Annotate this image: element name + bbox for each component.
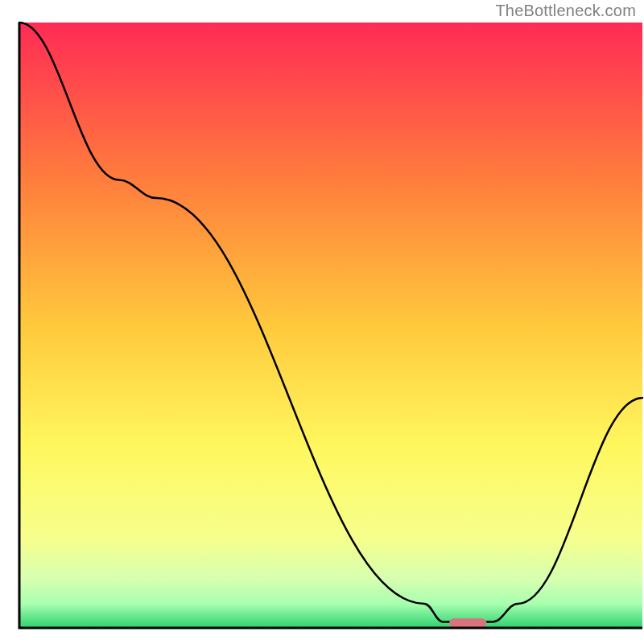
- chart-background: [19, 23, 642, 628]
- watermark-text: TheBottleneck.com: [495, 2, 636, 20]
- chart-container: TheBottleneck.com: [0, 0, 644, 644]
- bottleneck-chart: [0, 0, 644, 644]
- optimal-marker: [449, 618, 486, 627]
